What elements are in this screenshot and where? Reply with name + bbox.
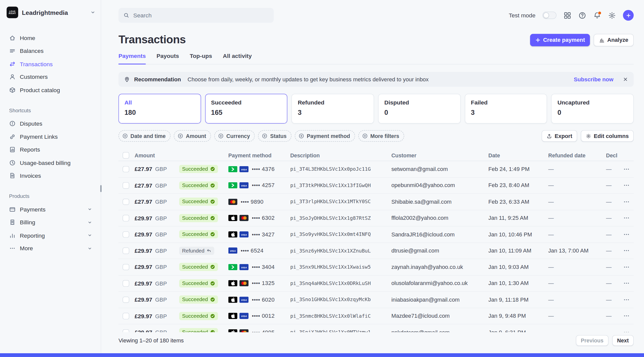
sidebar-item-balances[interactable]: Balances — [7, 44, 96, 57]
table-row[interactable]: £29.97GBPSucceeded•••• 4995pi_3SnjXJHKbL… — [118, 324, 634, 332]
row-overflow-menu[interactable] — [623, 182, 630, 189]
row-overflow-menu[interactable] — [623, 312, 630, 319]
tab-payouts[interactable]: Payouts — [156, 52, 179, 64]
sidebar-item-home[interactable]: Home — [7, 31, 96, 45]
table-row[interactable]: £27.97GBPSucceeded•••• 9890pi_3T3rlpHKbL… — [118, 194, 634, 210]
settings-gear-icon[interactable] — [608, 11, 616, 19]
plus-circle-icon — [262, 133, 268, 139]
table-row[interactable]: £29.97GBPSucceededVISA•••• 3427pi_3So9yv… — [118, 226, 634, 243]
status-filter-succeeded[interactable]: Succeeded165 — [205, 94, 288, 124]
table-row[interactable]: £27.97GBPSucceededVISA•••• 4257pi_3T3tkP… — [118, 177, 634, 194]
subscribe-now-link[interactable]: Subscribe now — [574, 76, 614, 83]
workspace-switcher[interactable]: LEAD RIGHT Leadrightmedia — [7, 7, 96, 18]
help-icon[interactable] — [578, 11, 586, 19]
row-overflow-menu[interactable] — [623, 280, 630, 287]
row-checkbox[interactable] — [123, 215, 129, 221]
plus-circle-icon — [362, 133, 368, 139]
row-checkbox[interactable] — [123, 296, 129, 303]
previous-page-button[interactable]: Previous — [576, 335, 609, 346]
filter-chip-payment-method[interactable]: Payment method — [295, 130, 355, 142]
decline-value: — — [601, 182, 619, 189]
edit-columns-button[interactable]: Edit columns — [581, 130, 634, 142]
sidebar-item-reporting[interactable]: Reporting — [7, 229, 96, 242]
status-filter-count: 0 — [557, 109, 627, 117]
row-overflow-menu[interactable] — [623, 264, 630, 271]
row-checkbox[interactable] — [123, 329, 129, 332]
analyze-button[interactable]: Analyze — [594, 34, 634, 46]
search-input[interactable] — [133, 12, 269, 19]
filter-chip-amount[interactable]: Amount — [174, 130, 211, 142]
row-overflow-menu[interactable] — [623, 247, 630, 254]
table-row[interactable]: £29.97GBPRefundedVISA•••• 6524pi_3Snz6yH… — [118, 243, 634, 259]
row-checkbox[interactable] — [123, 313, 129, 319]
export-button[interactable]: Export — [542, 130, 577, 142]
row-checkbox[interactable] — [123, 182, 129, 189]
sidebar-item-usage-based-billing[interactable]: Usage-based billing — [7, 156, 96, 169]
row-checkbox[interactable] — [123, 280, 129, 287]
sidebar-item-payments[interactable]: Payments — [7, 203, 96, 216]
notifications-bell-icon[interactable] — [593, 11, 601, 19]
link-icon — [228, 264, 237, 270]
check-icon — [210, 313, 215, 318]
sidebar-item-payment-links[interactable]: Payment Links — [7, 130, 96, 143]
row-checkbox[interactable] — [123, 264, 129, 270]
sidebar-item-invoices[interactable]: Invoices — [7, 169, 96, 182]
sidebar-item-reports[interactable]: Reports — [7, 143, 96, 156]
table-row[interactable]: £29.97GBPSucceededVISA•••• 6020pi_3Sno1G… — [118, 292, 634, 308]
select-all-checkbox[interactable] — [123, 152, 129, 158]
sidebar-item-billing[interactable]: Billing — [7, 216, 96, 229]
close-icon[interactable] — [623, 77, 628, 82]
customer-email: nnkdotcom@gmail.com — [389, 329, 484, 332]
filter-chip-date-and-time[interactable]: Date and time — [118, 130, 171, 142]
table-body: £27.97GBPSucceededVISA•••• 4376pi_3T4L3E… — [118, 161, 634, 332]
sidebar-item-transactions[interactable]: Transactions — [7, 57, 96, 70]
apps-grid-icon[interactable] — [564, 11, 571, 19]
next-page-button[interactable]: Next — [612, 335, 634, 346]
row-overflow-menu[interactable] — [623, 166, 630, 173]
status-filter-all[interactable]: All180 — [118, 94, 201, 124]
create-menu-button[interactable] — [623, 10, 634, 21]
row-overflow-menu[interactable] — [623, 198, 630, 205]
table-row[interactable]: £29.97GBPSucceededVISA•••• 0012pi_3Snmc8… — [118, 308, 634, 324]
status-filter-uncaptured[interactable]: Uncaptured0 — [551, 94, 634, 124]
row-overflow-menu[interactable] — [623, 329, 630, 332]
column-date[interactable]: Date — [484, 152, 544, 159]
column-decline[interactable]: Decl — [601, 152, 619, 159]
row-checkbox[interactable] — [123, 199, 129, 205]
row-checkbox[interactable] — [123, 231, 129, 237]
test-mode-toggle[interactable] — [542, 12, 556, 19]
row-overflow-menu[interactable] — [623, 231, 630, 238]
status-filter-label: Disputed — [384, 99, 454, 106]
status-badge: Succeeded — [179, 165, 218, 173]
column-amount[interactable]: Amount — [133, 152, 177, 159]
sidebar-item-customers[interactable]: Customers — [7, 70, 96, 84]
column-customer[interactable]: Customer — [389, 152, 484, 159]
status-filter-disputed[interactable]: Disputed0 — [378, 94, 461, 124]
sidebar-item-disputes[interactable]: Disputes — [7, 117, 96, 130]
column-description[interactable]: Description — [290, 152, 389, 159]
tab-top-ups[interactable]: Top-ups — [190, 52, 212, 64]
sidebar-item-label: Usage-based billing — [20, 159, 71, 166]
row-checkbox[interactable] — [123, 166, 129, 172]
filter-chip-currency[interactable]: Currency — [214, 130, 255, 142]
row-checkbox[interactable] — [123, 247, 129, 254]
table-row[interactable]: £29.97GBPSucceeded•••• 1325pi_3Snq4aHKbL… — [118, 275, 634, 292]
tab-all-activity[interactable]: All activity — [223, 52, 252, 64]
status-filter-refunded[interactable]: Refunded3 — [292, 94, 374, 124]
tab-payments[interactable]: Payments — [118, 52, 146, 64]
row-overflow-menu[interactable] — [623, 296, 630, 303]
sidebar-item-more[interactable]: More — [7, 242, 96, 255]
create-payment-button[interactable]: Create payment — [530, 34, 590, 46]
table-row[interactable]: £27.97GBPSucceededVISA•••• 4376pi_3T4L3E… — [118, 161, 634, 177]
search-bar[interactable] — [118, 8, 274, 23]
table-row[interactable]: £29.97GBPSucceededVISA•••• 3404pi_3Snx9L… — [118, 259, 634, 275]
filter-chip-status[interactable]: Status — [258, 130, 291, 142]
row-overflow-menu[interactable] — [623, 215, 630, 222]
table-row[interactable]: £29.97GBPSucceeded•••• 6302pi_3SoJyDHKbL… — [118, 210, 634, 226]
status-filter-failed[interactable]: Failed3 — [465, 94, 547, 124]
column-payment-method[interactable]: Payment method — [228, 152, 290, 159]
sidebar-item-label: Balances — [20, 48, 44, 54]
filter-chip-more-filters[interactable]: More filters — [358, 130, 404, 142]
sidebar-item-product-catalog[interactable]: Product catalog — [7, 83, 96, 96]
column-refunded-date[interactable]: Refunded date — [544, 152, 600, 159]
